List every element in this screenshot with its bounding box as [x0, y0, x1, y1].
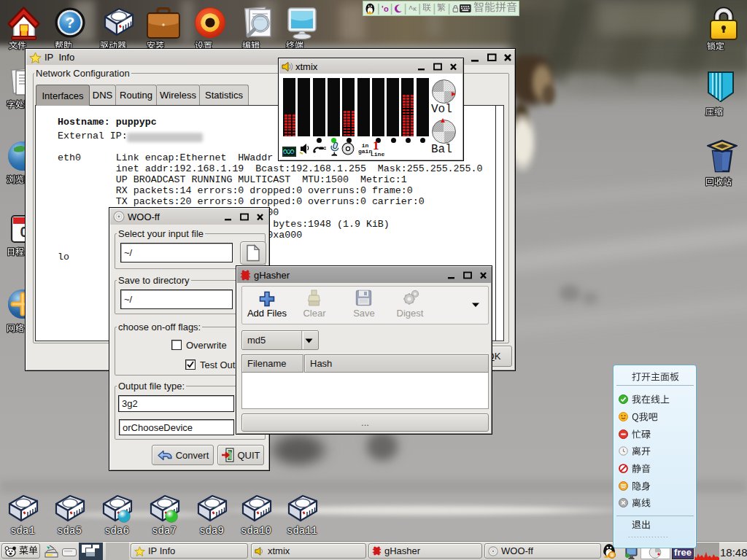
svg-text:?: ?	[66, 14, 75, 31]
